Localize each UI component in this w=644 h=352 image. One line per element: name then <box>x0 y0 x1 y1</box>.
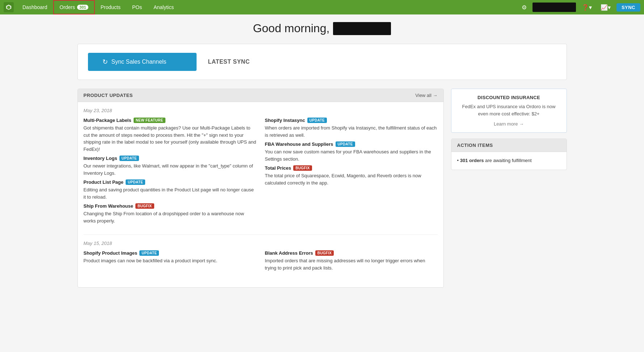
navbar-right: ⚙ ❓▾ 📈▾ SYNC <box>519 3 640 12</box>
update-title: Multi-Package Labels NEW FEATURE <box>84 118 256 123</box>
list-item: Blank Address Errors BUGFIX Imported ord… <box>265 250 438 274</box>
action-items-body: • 301 orders are awaiting fulfillment <box>451 152 567 170</box>
action-items-panel: ACTION ITEMS • 301 orders are awaiting f… <box>451 139 567 170</box>
update-title: Blank Address Errors BUGFIX <box>265 250 438 256</box>
update-text: You can now save custom names for your F… <box>265 148 438 162</box>
sync-icon: ↻ <box>102 58 108 66</box>
sidebar-panels: DISCOUNTED INSURANCE FedEx and UPS insur… <box>451 89 567 170</box>
navbar: Dashboard Orders 301 Products POs Analyt… <box>0 0 644 14</box>
badge-update: UPDATE <box>336 141 355 147</box>
nav-pos[interactable]: POs <box>126 0 148 14</box>
greeting: Good morning, <box>77 22 567 35</box>
badge-update: UPDATE <box>126 179 145 185</box>
list-item: Multi-Package Labels NEW FEATURE Got shi… <box>84 118 256 227</box>
updates-body: May 23, 2018 Multi-Package Labels NEW FE… <box>78 102 443 287</box>
view-all-link[interactable]: View all → <box>415 93 437 98</box>
insurance-panel: DISCOUNTED INSURANCE FedEx and UPS insur… <box>451 89 567 133</box>
update-text: Changing the Ship From location of a dro… <box>84 210 256 224</box>
greeting-name <box>333 22 391 35</box>
nav-products[interactable]: Products <box>95 0 126 14</box>
update-title: Inventory Logs UPDATE <box>84 156 256 161</box>
settings-icon[interactable]: ⚙ <box>519 3 530 12</box>
main-content: Good morning, ↻ Sync Sales Channels LATE… <box>69 14 576 295</box>
product-updates-panel: PRODUCT UPDATES View all → May 23, 2018 … <box>77 89 444 288</box>
badge-bugfix: BUGFIX <box>315 250 334 256</box>
badge-bugfix: BUGFIX <box>293 165 312 171</box>
nav-items: Dashboard Orders 301 Products POs Analyt… <box>17 0 519 14</box>
badge-update: UPDATE <box>307 118 327 123</box>
date-section-may15: May 15, 2018 Shopify Product Images UPDA… <box>84 241 438 274</box>
nav-dashboard[interactable]: Dashboard <box>17 0 53 14</box>
greeting-text: Good morning, <box>253 22 330 35</box>
action-item-row: • 301 orders are awaiting fulfillment <box>457 157 561 165</box>
update-text: Product images can now be backfilled via… <box>84 257 256 264</box>
update-text: Editing and saving product quantities in… <box>84 186 256 200</box>
user-name-block <box>533 3 576 12</box>
bottom-grid: PRODUCT UPDATES View all → May 23, 2018 … <box>77 89 567 288</box>
date-label-may15: May 15, 2018 <box>84 241 438 246</box>
nav-analytics[interactable]: Analytics <box>148 0 180 14</box>
action-items-header: ACTION ITEMS <box>451 139 567 152</box>
update-text: When orders are imported from Shopify vi… <box>265 124 438 139</box>
section-divider <box>84 234 438 235</box>
date-label-may23: May 23, 2018 <box>84 108 438 113</box>
nav-orders[interactable]: Orders 301 <box>53 0 95 14</box>
app-logo <box>4 2 14 12</box>
updates-grid-may15: Shopify Product Images UPDATE Product im… <box>84 250 438 274</box>
latest-sync-label: LATEST SYNC <box>208 59 250 65</box>
update-title: Shopify Instasync UPDATE <box>265 118 438 123</box>
insurance-text: FedEx and UPS insurance via Ordoro is no… <box>457 103 561 117</box>
sync-panel: ↻ Sync Sales Channels LATEST SYNC <box>77 44 567 80</box>
list-item: Shopify Product Images UPDATE Product im… <box>84 250 256 274</box>
list-item: Shopify Instasync UPDATE When orders are… <box>265 118 438 227</box>
update-title: Ship From Warehouse BUGFIX <box>84 203 256 209</box>
product-updates-header: PRODUCT UPDATES View all → <box>78 89 443 102</box>
badge-new-feature: NEW FEATURE <box>134 118 165 123</box>
learn-more-link[interactable]: Learn more → <box>494 121 524 127</box>
badge-bugfix: BUGFIX <box>135 203 154 209</box>
updates-grid-may23: Multi-Package Labels NEW FEATURE Got shi… <box>84 118 438 227</box>
help-icon[interactable]: ❓▾ <box>579 3 595 12</box>
badge-update: UPDATE <box>119 156 139 161</box>
badge-update: UPDATE <box>139 250 159 256</box>
product-updates-title: PRODUCT UPDATES <box>84 93 133 98</box>
update-title: Total Prices BUGFIX <box>265 165 438 171</box>
analytics-icon[interactable]: 📈▾ <box>598 3 614 12</box>
orders-badge: 301 <box>77 5 88 10</box>
sync-button[interactable]: SYNC <box>616 3 640 12</box>
update-text: Imported orders that are missing address… <box>265 257 438 271</box>
update-title: FBA Warehouse and Suppliers UPDATE <box>265 141 438 147</box>
update-text: Our newer integrations, like Walmart, wi… <box>84 162 256 177</box>
date-section-may23: May 23, 2018 Multi-Package Labels NEW FE… <box>84 108 438 227</box>
update-text: Got shipments that contain multiple pack… <box>84 124 256 153</box>
update-text: The total price of Squarespace, Ecwid, M… <box>265 172 438 186</box>
update-title: Product List Page UPDATE <box>84 179 256 185</box>
update-title: Shopify Product Images UPDATE <box>84 250 256 256</box>
sync-channels-button[interactable]: ↻ Sync Sales Channels <box>88 53 197 71</box>
insurance-title: DISCOUNTED INSURANCE <box>457 95 561 100</box>
